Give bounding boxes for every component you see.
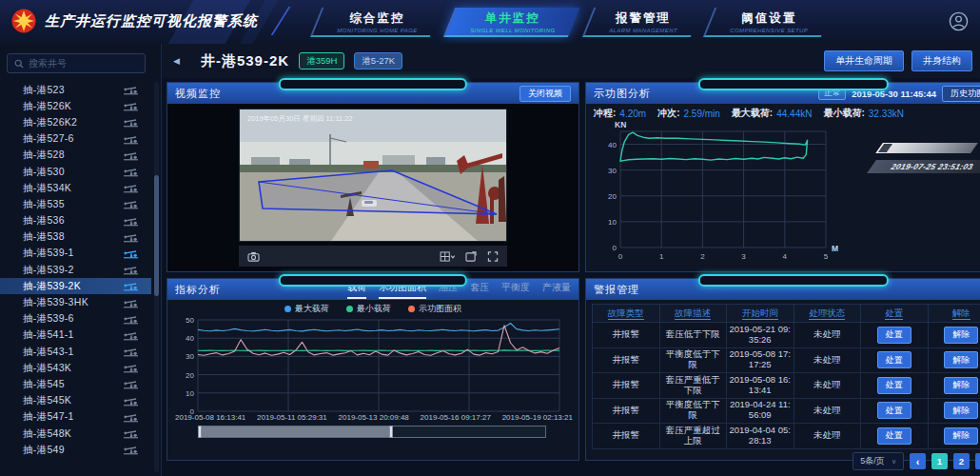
well-name: 抽-港523: [23, 84, 124, 97]
metrics-tab-3[interactable]: 油压: [439, 281, 458, 299]
well-item[interactable]: 抽-港548K: [0, 426, 151, 442]
legend-item[interactable]: 最小载荷: [346, 303, 391, 315]
metrics-tab-4[interactable]: 套压: [470, 281, 489, 299]
well-badge-green[interactable]: 港359H: [299, 52, 344, 69]
diagram-history-slider[interactable]: [875, 143, 978, 153]
well-structure-button[interactable]: 井身结构: [911, 50, 972, 71]
well-item[interactable]: 抽-港536: [0, 213, 151, 229]
well-item[interactable]: 抽-港547-1: [0, 409, 151, 426]
handle-alarm-button[interactable]: 处置: [877, 427, 911, 445]
legend-item[interactable]: 示功图面积: [408, 303, 461, 315]
sidebar-scrollbar[interactable]: [154, 82, 159, 472]
well-name: 抽-港547-1: [23, 410, 124, 424]
well-title-bar: ◀ 井-港539-2K 港359H 港5-27K 单井生命周期 井身结构: [162, 44, 980, 78]
well-item[interactable]: 抽-港539-6: [0, 311, 151, 327]
handle-alarm-button[interactable]: 处置: [877, 327, 911, 344]
well-item[interactable]: 抽-港527-6: [0, 131, 151, 148]
release-alarm-button[interactable]: 解除: [944, 377, 978, 394]
collapse-sidebar-icon[interactable]: ◀: [173, 56, 180, 66]
brand-divider: [271, 7, 291, 35]
legend-item[interactable]: 最大载荷: [284, 303, 329, 315]
well-item[interactable]: 抽-港539-1: [0, 246, 151, 262]
history-diagram-button[interactable]: 历史功图: [942, 86, 980, 102]
well-name: 抽-港539-3HK: [23, 296, 124, 309]
snapshot-camera-icon[interactable]: [247, 251, 260, 262]
capture-frame-icon[interactable]: [465, 251, 477, 262]
search-input[interactable]: [29, 58, 138, 69]
release-alarm-button[interactable]: 解除: [944, 327, 978, 344]
pumpjack-icon: [124, 117, 138, 128]
release-alarm-button[interactable]: 解除: [944, 427, 978, 445]
alarm-column-header: 处理状态: [794, 305, 861, 323]
well-item-selected[interactable]: 抽-港539-2K: [0, 278, 151, 294]
datazoom-handle-right[interactable]: [389, 426, 393, 438]
well-item[interactable]: 抽-港545K: [0, 393, 151, 409]
alarm-column-header: 处置: [861, 305, 929, 323]
nav-tab-label: 报警管理: [609, 10, 677, 27]
well-item[interactable]: 抽-港535: [0, 196, 151, 212]
metrics-legend: 最大载荷最小载荷示功图面积: [173, 302, 573, 316]
well-item[interactable]: 抽-港538: [0, 229, 151, 246]
handle-alarm-button[interactable]: 处置: [877, 402, 911, 419]
well-badge-blue[interactable]: 港5-27K: [354, 52, 402, 69]
well-item[interactable]: 抽-港541-1: [0, 327, 151, 344]
well-item[interactable]: 抽-港528: [0, 148, 151, 164]
svg-text:40: 40: [608, 141, 617, 149]
sidebar-scrollbar-thumb[interactable]: [154, 175, 159, 296]
well-name: 抽-港527-6: [23, 132, 124, 146]
stat-label: 最大载荷:: [732, 107, 773, 120]
fullscreen-icon[interactable]: [487, 251, 499, 262]
layout-grid-icon[interactable]: [440, 251, 455, 262]
nav-tab-2[interactable]: 单井监控SINGLE WELL MONITORING: [443, 8, 580, 37]
brand: 生产井运行监控可视化报警系统: [11, 7, 282, 35]
well-item[interactable]: 抽-港545: [0, 376, 151, 392]
video-stream[interactable]: 2019年05月30日 星期四 11:11:22: [239, 109, 507, 242]
table-cell: 未处理: [794, 424, 861, 449]
next-page-button[interactable]: ›: [975, 453, 980, 469]
table-cell: 解除: [928, 323, 980, 348]
datazoom-handle-left[interactable]: [198, 426, 202, 438]
well-item[interactable]: 抽-港526K2: [0, 114, 151, 130]
page-number-button[interactable]: 2: [953, 453, 970, 469]
metrics-tab-1[interactable]: 载荷: [347, 281, 366, 299]
well-item[interactable]: 抽-港534K: [0, 180, 151, 196]
prev-page-button[interactable]: ‹: [910, 453, 926, 469]
well-item[interactable]: 抽-港543K: [0, 360, 151, 376]
well-name: 抽-港548K: [23, 427, 124, 441]
table-cell: 未处理: [794, 373, 861, 399]
well-search[interactable]: [7, 53, 146, 73]
well-item[interactable]: 抽-港523: [0, 82, 151, 98]
well-item[interactable]: 抽-港543-1: [0, 344, 151, 360]
release-alarm-button[interactable]: 解除: [944, 351, 978, 368]
alarm-column-header: 故障描述: [659, 305, 727, 323]
well-item[interactable]: 抽-港549: [0, 442, 151, 458]
well-item[interactable]: 抽-港539-3HK: [0, 294, 151, 310]
metrics-tab-6[interactable]: 产液量: [542, 281, 571, 299]
user-account-button[interactable]: [949, 11, 969, 33]
datazoom-slider[interactable]: [198, 426, 546, 438]
table-row: 井报警套压严重超过上限2019-04-04 05:28:13未处理处置解除: [593, 424, 980, 449]
table-cell: 解除: [928, 347, 980, 373]
handle-alarm-button[interactable]: 处置: [877, 377, 911, 394]
nav-tab-3[interactable]: 报警管理ALARM MANAGEMENT: [581, 8, 701, 37]
close-video-button[interactable]: 关闭视频: [519, 86, 571, 102]
pumpjack-icon: [124, 134, 138, 145]
well-item[interactable]: 抽-港526K: [0, 98, 151, 114]
lifecycle-button[interactable]: 单井生命周期: [824, 50, 904, 71]
page-size-select[interactable]: 5条/页 ∨: [853, 452, 904, 470]
metrics-tab-2[interactable]: 示功图面积: [379, 281, 426, 299]
handle-alarm-button[interactable]: 处置: [877, 351, 911, 368]
pumpjack-icon: [124, 232, 138, 243]
well-item[interactable]: 抽-港539-2: [0, 262, 151, 278]
diagram-history-date[interactable]: 2019-07-25 23:51:03: [867, 160, 980, 173]
release-alarm-button[interactable]: 解除: [944, 402, 978, 419]
well-item[interactable]: 抽-港530: [0, 164, 151, 180]
metrics-tab-5[interactable]: 平衡度: [501, 281, 530, 299]
nav-tab-1[interactable]: 综合监控MONITORING HOME PAGE: [310, 8, 442, 37]
main-content: 视频监控 关闭视频: [162, 78, 980, 476]
video-control-bar: [239, 246, 507, 267]
page-number-button[interactable]: 1: [931, 453, 948, 469]
legend-label: 最小载荷: [357, 303, 391, 315]
nav-tab-4[interactable]: 阈值设置COMPREHENSIVE SETUP: [703, 8, 833, 37]
datazoom-selection[interactable]: [199, 426, 389, 437]
